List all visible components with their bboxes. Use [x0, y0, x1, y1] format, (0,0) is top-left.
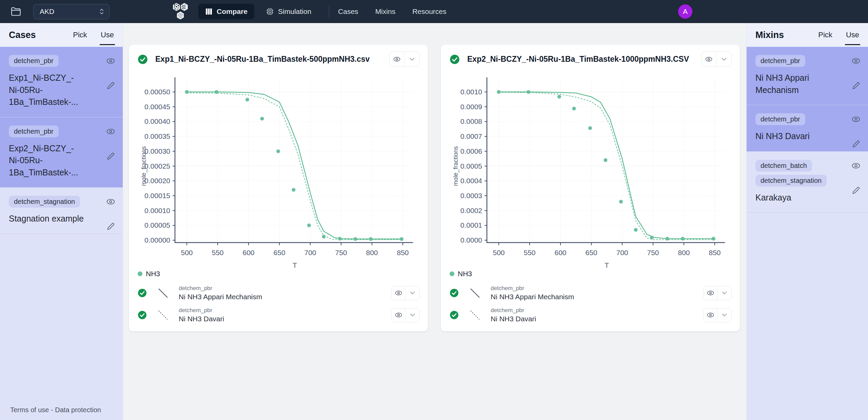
svg-text:0.0005: 0.0005	[460, 162, 482, 170]
legal-footer[interactable]: Terms of use - Data protection	[0, 400, 123, 420]
pencil-icon[interactable]	[106, 81, 115, 90]
svg-text:600: 600	[242, 249, 254, 256]
expand-button[interactable]	[717, 286, 731, 300]
mixin-card-title: Karakaya	[755, 192, 842, 204]
eye-icon	[395, 311, 402, 319]
navbar-left-group: AKD	[10, 4, 110, 19]
mechanism-text: detchem_pbr Ni NH3 Davari	[491, 307, 703, 323]
svg-text:0.00030: 0.00030	[144, 147, 170, 155]
mixins-tab-pick[interactable]: Pick	[818, 23, 832, 47]
eye-icon	[707, 311, 714, 319]
chevron-down-icon	[721, 311, 728, 319]
expand-button[interactable]	[716, 52, 731, 66]
legend-label-nh3: NH3	[146, 270, 160, 278]
case-title-line1: Stagnation example	[9, 213, 95, 225]
eye-icon[interactable]	[106, 197, 115, 206]
dashed-line-sample-icon	[156, 308, 171, 322]
case-card-stagnation[interactable]: detchem_stagnation Stagnation example	[0, 188, 123, 234]
chart-header-actions	[389, 52, 420, 67]
nav-tab-compare-label: Compare	[217, 7, 248, 16]
mechanism-text: detchem_pbr Ni NH3 Appari Mechanism	[491, 285, 703, 301]
svg-text:750: 750	[647, 249, 659, 256]
mixin-card-title: Ni NH3 Appari Mechanism	[755, 72, 842, 96]
cases-tab-pick[interactable]: Pick	[73, 23, 87, 47]
case-title-line2: Ni-05Ru-1Ba_TimBastek-...	[9, 154, 95, 178]
eye-icon[interactable]	[851, 115, 861, 124]
chevron-down-icon	[721, 289, 728, 297]
svg-text:0.0010: 0.0010	[460, 88, 482, 96]
pencil-icon[interactable]	[106, 152, 115, 161]
eye-icon[interactable]	[106, 56, 115, 65]
svg-text:0.0000: 0.0000	[460, 236, 482, 244]
case-title-line1: Exp1_Ni-BCZY_-	[9, 72, 95, 84]
svg-text:0.00005: 0.00005	[144, 221, 170, 229]
expand-button[interactable]	[405, 52, 419, 66]
mechanism-actions	[391, 286, 420, 300]
mixin-card-tags: detchem_batch detchem_stagnation	[755, 160, 859, 187]
case-title-line2: Ni-05Ru-1Ba_TimBastek-...	[9, 84, 95, 108]
check-circle-icon[interactable]	[450, 288, 459, 298]
visibility-toggle-button[interactable]	[390, 52, 405, 66]
cases-tab-use[interactable]: Use	[101, 23, 114, 47]
pencil-icon[interactable]	[851, 139, 861, 149]
visibility-toggle-button[interactable]	[392, 308, 406, 322]
visibility-toggle-button[interactable]	[704, 308, 717, 322]
tag-badge: detchem_pbr	[755, 113, 805, 125]
case-card-tags: detchem_pbr	[9, 126, 114, 137]
chart-filename: Exp1_Ni-BCZY_-Ni-05Ru-1Ba_TimBastek-500p…	[155, 55, 389, 64]
check-circle-icon	[138, 54, 148, 64]
user-avatar[interactable]: A	[678, 4, 692, 19]
expand-button[interactable]	[406, 286, 419, 300]
nav-tab-simulation[interactable]: Simulation	[259, 4, 318, 19]
workspace-select[interactable]: AKD	[33, 4, 110, 19]
svg-text:500: 500	[181, 249, 193, 256]
pencil-icon[interactable]	[851, 81, 861, 90]
case-card-title: Exp2_Ni-BCZY_- Ni-05Ru-1Ba_TimBastek-...	[9, 142, 95, 179]
visibility-toggle-button[interactable]	[704, 286, 717, 300]
case-card-exp1[interactable]: detchem_pbr Exp1_Ni-BCZY_- Ni-05Ru-1Ba_T…	[0, 47, 123, 117]
svg-text:0.00000: 0.00000	[144, 236, 170, 244]
case-card-exp2[interactable]: detchem_pbr Exp2_Ni-BCZY_- Ni-05Ru-1Ba_T…	[0, 117, 123, 188]
mixin-card-karakaya[interactable]: detchem_batch detchem_stagnation Karakay…	[747, 152, 868, 213]
mixin-card-actions	[851, 161, 861, 195]
svg-text:0.0008: 0.0008	[460, 117, 482, 125]
check-circle-icon[interactable]	[450, 310, 459, 320]
workspace-select-value: AKD	[40, 7, 99, 16]
svg-text:0.00050: 0.00050	[144, 88, 170, 96]
legend-dot-nh3	[450, 271, 454, 276]
expand-button[interactable]	[406, 308, 419, 322]
tag-badge: detchem_stagnation	[9, 196, 80, 208]
nav-tab-compare[interactable]: Compare	[198, 4, 254, 19]
eye-icon[interactable]	[106, 127, 115, 136]
folder-icon[interactable]	[10, 6, 22, 17]
check-circle-icon[interactable]	[138, 310, 147, 320]
eye-icon[interactable]	[851, 161, 861, 170]
visibility-toggle-button[interactable]	[392, 286, 406, 300]
case-card-tags: detchem_pbr	[9, 55, 114, 67]
expand-button[interactable]	[717, 308, 731, 322]
mixin-card-davari[interactable]: detchem_pbr Ni NH3 Davari	[747, 105, 868, 152]
mechanism-text: detchem_pbr Ni NH3 Davari	[179, 307, 391, 323]
chart-card-header: Exp1_Ni-BCZY_-Ni-05Ru-1Ba_TimBastek-500p…	[129, 45, 428, 68]
eye-icon[interactable]	[851, 56, 861, 65]
mixins-tab-use[interactable]: Use	[846, 23, 859, 47]
mechanism-row-davari: detchem_pbr Ni NH3 Davari	[441, 304, 740, 326]
pencil-icon[interactable]	[851, 186, 861, 195]
svg-text:0.0004: 0.0004	[460, 177, 482, 185]
eye-icon	[395, 289, 402, 297]
svg-text:0.0007: 0.0007	[460, 132, 482, 140]
compare-main-area: Exp1_Ni-BCZY_-Ni-05Ru-1Ba_TimBastek-500p…	[123, 23, 746, 420]
svg-text:0.0009: 0.0009	[460, 103, 482, 111]
check-circle-icon[interactable]	[138, 288, 147, 298]
nav-link-mixins[interactable]: Mixins	[375, 7, 396, 16]
nh3-chart-exp1[interactable]: 5005506006507007508008500.000000.000050.…	[138, 69, 419, 269]
navbar-center-group: Compare Simulation Cases Mixins Resource…	[171, 0, 447, 23]
visibility-toggle-button[interactable]	[702, 52, 716, 66]
pencil-icon[interactable]	[106, 222, 115, 231]
nh3-chart-exp2[interactable]: 5005506006507007508008500.00000.00010.00…	[450, 69, 731, 269]
nav-link-resources[interactable]: Resources	[412, 7, 446, 16]
tag-badge: detchem_stagnation	[755, 175, 827, 187]
mixin-card-appari[interactable]: detchem_pbr Ni NH3 Appari Mechanism	[747, 47, 868, 105]
svg-text:750: 750	[335, 249, 347, 256]
nav-link-cases[interactable]: Cases	[338, 7, 358, 16]
